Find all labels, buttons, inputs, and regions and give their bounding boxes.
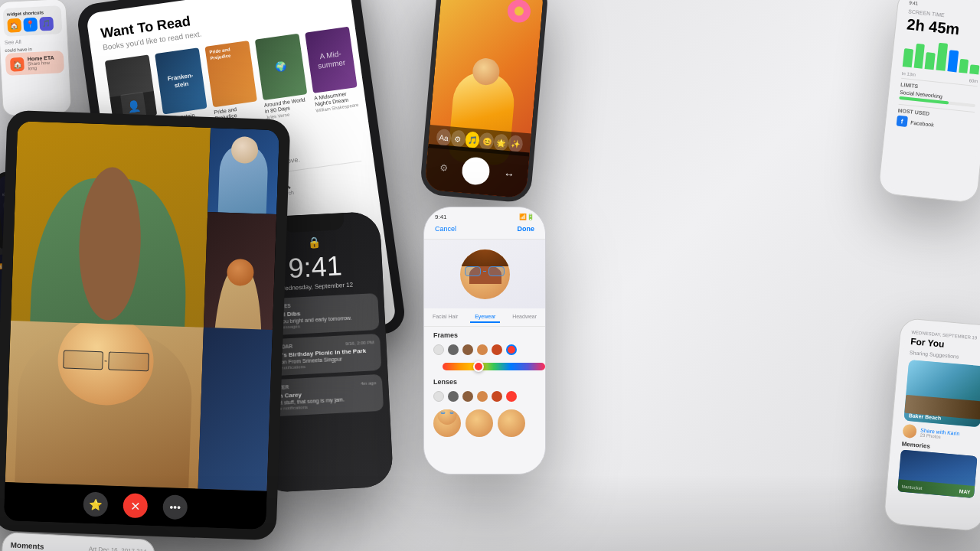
memoji-done-btn[interactable]: Done xyxy=(518,225,535,233)
notch-bar xyxy=(282,213,344,233)
camera-shutter-btn[interactable] xyxy=(461,156,491,186)
color-slider-container xyxy=(433,363,536,370)
facetime-star-btn[interactable]: ⭐ xyxy=(83,491,108,517)
widget-title: widget shortcuts xyxy=(7,9,57,16)
frames-label: Frames xyxy=(424,327,545,342)
frames-color-row xyxy=(424,342,545,360)
facetime-container: ⭐ ✕ ••• xyxy=(4,121,279,530)
share-avatar xyxy=(902,424,917,439)
memoji-variant-2[interactable] xyxy=(466,409,493,437)
facetime-woman-glasses xyxy=(5,321,204,489)
screentime-chart xyxy=(903,36,980,74)
tab-eyewear[interactable]: Eyewear xyxy=(470,311,500,323)
tab-facial-hair[interactable]: Facial Hair xyxy=(428,311,462,323)
book-item-world[interactable]: 🌍 Around the World in 80 Days Jules Vern… xyxy=(255,34,310,120)
st-bar-3 xyxy=(925,52,936,70)
memory-month: MAY xyxy=(959,488,970,494)
memoji-variant-3[interactable] xyxy=(498,409,525,437)
lens-swatch-3[interactable] xyxy=(462,391,473,402)
screentime-content: 9:41 🔋 SCREEN TIME 2h 45m In 13m 60m xyxy=(889,0,980,145)
lenses-label: Lenses xyxy=(424,373,545,389)
memoji-tabs: Facial Hair Eyewear Headwear xyxy=(424,308,545,327)
phone-screentime: 9:41 🔋 SCREEN TIME 2h 45m In 13m 60m xyxy=(877,0,980,204)
st-bar-4 xyxy=(936,43,948,71)
baker-beach-card[interactable]: Baker Beach xyxy=(903,360,980,427)
person-sil-woman xyxy=(15,328,194,488)
phone-screentime-screen: 9:41 🔋 SCREEN TIME 2h 45m In 13m 60m xyxy=(884,0,980,197)
memoji-hair xyxy=(460,249,510,267)
widget-icon-1[interactable]: 🏠 xyxy=(7,18,21,33)
st-bar-7 xyxy=(970,64,980,74)
facetime-end-btn[interactable]: ✕ xyxy=(122,493,148,518)
color-swatch-6-selected[interactable] xyxy=(506,344,517,355)
color-slider[interactable] xyxy=(443,363,545,370)
book-cover-world[interactable]: 🌍 xyxy=(255,34,308,100)
memory-nantucket-card[interactable]: Nantucket MAY xyxy=(897,450,977,499)
phone-memoji-screen: 9:41 📶🔋 Cancel Done xyxy=(424,207,545,474)
st-bar-5 xyxy=(947,50,959,72)
screentime-most-used: MOST USED f Facebook xyxy=(897,104,975,134)
facetime-more-btn[interactable]: ••• xyxy=(162,494,188,520)
home-icon: 🏠 xyxy=(10,57,24,72)
effect-sticker-btn[interactable]: 🌟 xyxy=(493,133,509,152)
st-bar-1 xyxy=(903,48,913,67)
camera-toolbar: ⚙ ↔ xyxy=(424,144,530,198)
st-bar-2 xyxy=(913,44,925,69)
book-item-dream[interactable]: A Mid-summer A Midsummer Night's Dream W… xyxy=(305,27,360,113)
glasses-element xyxy=(63,350,149,371)
facebook-label: Facebook xyxy=(910,119,934,127)
book-cover-dream[interactable]: A Mid-summer xyxy=(305,27,358,93)
widget-shortcuts: widget shortcuts 🏠 📍 🎵 xyxy=(3,5,63,37)
effect-music-btn[interactable]: 🎵 xyxy=(465,131,481,149)
lens-swatch-6[interactable] xyxy=(506,391,517,402)
memoji-cancel-btn[interactable]: Cancel xyxy=(435,225,456,233)
phone-memoji: 9:41 📶🔋 Cancel Done xyxy=(423,207,546,474)
effect-emoji-btn[interactable]: 😊 xyxy=(479,132,495,151)
lens-swatch-2[interactable] xyxy=(448,391,459,402)
tab-headwear[interactable]: Headwear xyxy=(508,311,541,323)
home-eta-widget: 🏠 Home ETA Share how long xyxy=(5,51,64,76)
memoji-time: 9:41 xyxy=(435,214,447,220)
camera-flip-btn[interactable]: ↔ xyxy=(503,168,514,181)
widget-icon-3[interactable]: 🎵 xyxy=(39,17,54,31)
facetime-screen: ⭐ ✕ ••• xyxy=(4,121,279,530)
book-cover-frank[interactable]: Franken-stein xyxy=(155,47,207,114)
color-swatch-5[interactable] xyxy=(492,344,502,355)
effect-settings-btn[interactable]: ⚙ xyxy=(450,129,466,148)
memoji-variant-grid xyxy=(424,406,545,440)
book-item-pride[interactable]: Pride and Prejudice Pride and Prejudice … xyxy=(204,41,260,127)
person-head-woman xyxy=(57,321,155,407)
camera-settings-icon[interactable]: ⚙ xyxy=(439,162,448,174)
st-label-1: In 13m xyxy=(901,71,916,77)
lens-swatch-4[interactable] xyxy=(477,391,488,402)
color-swatch-3[interactable] xyxy=(462,344,473,355)
lens-swatch-5[interactable] xyxy=(492,391,502,402)
widget-icon-2[interactable]: 📍 xyxy=(23,18,38,32)
memoji-variant-1[interactable] xyxy=(433,409,461,437)
moments-title: Moments xyxy=(10,540,44,550)
color-swatch-4[interactable] xyxy=(477,344,488,355)
color-swatch-2[interactable] xyxy=(448,344,459,355)
memoji-avatar-area xyxy=(424,240,545,308)
notif-time-calendar: 9/16, 2:00 PM xyxy=(345,340,374,346)
partial-see-all[interactable]: See All xyxy=(5,37,63,45)
camera-person-head xyxy=(471,57,500,86)
book-cover-dorian[interactable]: 👤 xyxy=(105,54,158,121)
color-swatch-1[interactable] xyxy=(433,344,444,355)
facetime-controls: ⭐ ✕ ••• xyxy=(4,482,267,530)
effect-text-btn[interactable]: Aa xyxy=(436,129,452,147)
facebook-icon: f xyxy=(897,116,908,127)
lens-swatch-1[interactable] xyxy=(433,391,444,402)
phone-photos-screen: WEDNESDAY, SEPTEMBER 19 For You Sharing … xyxy=(889,323,980,526)
memoji-face xyxy=(460,249,510,299)
slider-thumb[interactable] xyxy=(473,361,484,372)
st-label-2: 60m xyxy=(969,78,978,83)
st-time-display: 9:41 xyxy=(909,0,918,6)
book-cover-pride[interactable]: Pride and Prejudice xyxy=(204,41,257,107)
facetime-tablet: ⭐ ✕ ••• xyxy=(0,110,290,541)
notif-time-twitter: 4m ago xyxy=(361,380,376,386)
device-partial-top-left: widget shortcuts 🏠 📍 🎵 See All could hav… xyxy=(0,0,72,116)
lenses-color-row xyxy=(424,389,545,406)
camera-content: Aa ⚙ 🎵 😊 🌟 ✨ ⚙ ↔ xyxy=(424,0,544,198)
effect-spark-btn[interactable]: ✨ xyxy=(508,135,524,153)
